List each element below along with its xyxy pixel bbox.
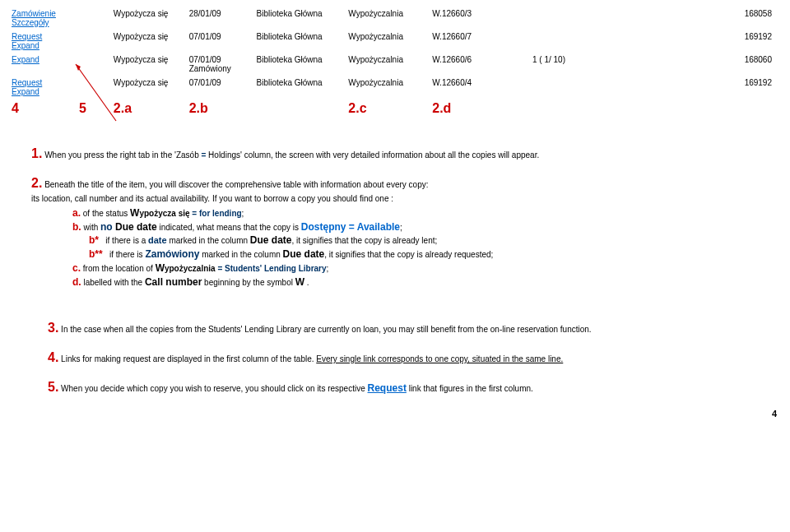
request-ref: Request: [368, 382, 407, 394]
note-2: 2. Beneath the title of the item, you wi…: [31, 174, 777, 289]
id-cell: 169192: [726, 30, 777, 53]
extra-cell: [527, 7, 726, 30]
label-4: 4: [7, 99, 74, 118]
table-row: Request Expand Wypożycza się 07/01/09 Bi…: [7, 76, 777, 99]
request-link[interactable]: Request: [12, 32, 42, 41]
call-cell: W.12660/7: [427, 30, 527, 53]
extra-cell: [527, 30, 726, 53]
due-cell: 07/01/09: [184, 76, 252, 99]
id-cell: 169192: [726, 76, 777, 99]
due-cell: 28/01/09: [184, 7, 252, 30]
note-3: 3. In the case when all the copies from …: [48, 319, 777, 337]
library-cell: Wypożyczalnia: [343, 53, 427, 76]
location-cell: Biblioteka Główna: [252, 7, 344, 30]
order-link[interactable]: Zamówienie: [12, 9, 56, 18]
id-cell: 168058: [726, 7, 777, 30]
label-2a: 2.a: [109, 99, 184, 118]
due-cell: 07/01/09 Zamówiony: [184, 53, 252, 76]
call-cell: W.12660/3: [427, 7, 527, 30]
id-cell: 168060: [726, 53, 777, 76]
expand-link[interactable]: Expand: [12, 55, 40, 64]
request-link[interactable]: Request: [12, 78, 42, 87]
note-4: 4. Links for making request are displaye…: [48, 349, 777, 367]
location-cell: Biblioteka Główna: [252, 53, 344, 76]
extra-cell: 1 ( 1/ 10): [527, 53, 726, 76]
library-cell: Wypożyczalnia: [343, 30, 427, 53]
note-1: 1. When you press the right tab in the '…: [31, 145, 777, 163]
status-cell: Wypożycza się: [109, 7, 184, 30]
table-row: Zamówienie Szczegóły Wypożycza się 28/01…: [7, 7, 777, 30]
copies-table: Zamówienie Szczegóły Wypożycza się 28/01…: [7, 7, 777, 118]
label-2b: 2.b: [184, 99, 252, 118]
location-cell: Biblioteka Główna: [252, 76, 344, 99]
location-cell: Biblioteka Główna: [252, 30, 344, 53]
library-cell: Wypożyczalnia: [343, 76, 427, 99]
table-row: Expand Wypożycza się 07/01/09 Zamówiony …: [7, 53, 777, 76]
library-cell: Wypożyczalnia: [343, 7, 427, 30]
page-number: 4: [7, 409, 777, 419]
call-cell: W.12660/6: [427, 53, 527, 76]
label-5: 5: [79, 101, 86, 115]
label-2c: 2.c: [343, 99, 427, 118]
label-2d: 2.d: [427, 99, 527, 118]
due-cell: 07/01/09: [184, 30, 252, 53]
table-row: Request Expand Wypożycza się 07/01/09 Bi…: [7, 30, 777, 53]
status-cell: Wypożycza się: [109, 76, 184, 99]
expand-link[interactable]: Expand: [12, 87, 40, 96]
status-cell: Wypożycza się: [109, 53, 184, 76]
extra-cell: [527, 76, 726, 99]
note-5: 5. When you decide which copy you wish t…: [48, 378, 777, 396]
status-cell: Wypożycza się: [109, 30, 184, 53]
details-link[interactable]: Szczegóły: [12, 18, 49, 27]
column-labels-row: 4 5 2.a 2.b 2.c 2.d: [7, 99, 777, 118]
expand-link[interactable]: Expand: [12, 41, 40, 50]
call-cell: W.12660/4: [427, 76, 527, 99]
